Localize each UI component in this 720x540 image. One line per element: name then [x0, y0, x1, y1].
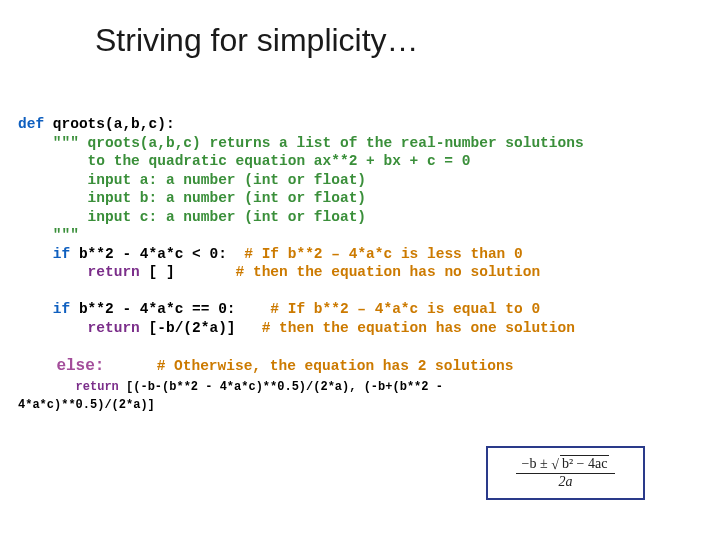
- formula-radicand: b² − 4ac: [560, 455, 610, 471]
- formula-num-prefix: −b ±: [522, 456, 552, 471]
- keyword-return-1: return: [18, 264, 140, 280]
- formula-denominator: 2a: [516, 474, 616, 489]
- return-val-2: [-b/(2*a)]: [140, 320, 236, 336]
- func-sig: qroots(a,b,c):: [44, 116, 175, 132]
- docstring-l4: input b: a number (int or float): [18, 190, 366, 206]
- keyword-return-3: return: [18, 380, 119, 394]
- comment-1b: # then the equation has no solution: [175, 264, 540, 280]
- return-val-3b: 4*a*c)**0.5)/(2*a)]: [18, 398, 155, 412]
- return-val-3a: [(-b-(b**2 - 4*a*c)**0.5)/(2*a), (-b+(b*…: [119, 380, 450, 394]
- quadratic-formula-box: −b ± b² − 4ac 2a: [486, 446, 645, 500]
- comment-else: # Otherwise, the equation has 2 solution…: [104, 358, 513, 374]
- docstring-l5: input c: a number (int or float): [18, 209, 366, 225]
- keyword-if-2: if: [18, 301, 70, 317]
- sqrt-icon: b² − 4ac: [551, 457, 609, 471]
- docstring-l1: qroots(a,b,c) returns a list of the real…: [79, 135, 584, 151]
- docstring-close: """: [18, 227, 79, 243]
- docstring-l2: to the quadratic equation ax**2 + bx + c…: [18, 153, 470, 169]
- keyword-if-1: if: [18, 246, 70, 262]
- return-val-1: [ ]: [140, 264, 175, 280]
- keyword-else: else:: [18, 357, 104, 375]
- cond-2: b**2 - 4*a*c == 0:: [70, 301, 235, 317]
- docstring-open: """: [18, 135, 79, 151]
- keyword-def: def: [18, 116, 44, 132]
- slide-title: Striving for simplicity…: [95, 22, 419, 59]
- keyword-return-2: return: [18, 320, 140, 336]
- cond-1: b**2 - 4*a*c < 0:: [70, 246, 227, 262]
- comment-2a: # If b**2 – 4*a*c is equal to 0: [236, 301, 541, 317]
- code-block: def qroots(a,b,c): """ qroots(a,b,c) ret…: [18, 115, 702, 414]
- docstring-l3: input a: a number (int or float): [18, 172, 366, 188]
- comment-1a: # If b**2 – 4*a*c is less than 0: [227, 246, 523, 262]
- comment-2b: # then the equation has one solution: [236, 320, 575, 336]
- quadratic-formula: −b ± b² − 4ac 2a: [516, 457, 616, 489]
